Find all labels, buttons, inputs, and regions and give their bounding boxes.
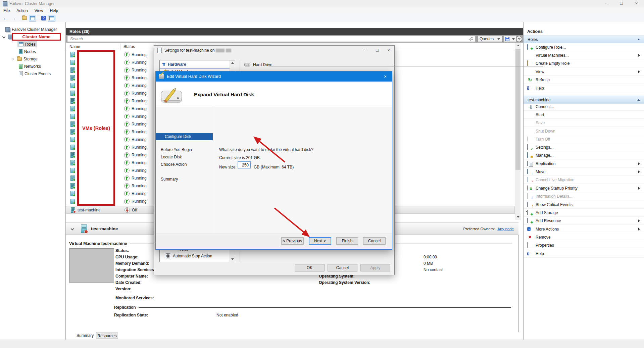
action-information-details[interactable]: # Information Details... — [524, 192, 644, 200]
action-properties[interactable]: Properties — [524, 241, 644, 249]
scrollbar-thumb[interactable] — [515, 49, 521, 170]
action-more-actions[interactable]: → More Actions — [524, 225, 644, 233]
action-turn-off[interactable]: Turn Off — [524, 135, 644, 143]
sidebar-item-roles[interactable]: Roles — [17, 41, 37, 47]
scroll-down-button[interactable] — [515, 214, 521, 220]
collapse-section-icon[interactable] — [637, 39, 640, 40]
collapse-header-button[interactable] — [516, 36, 522, 42]
step-before-you-begin[interactable]: Before You Begin — [161, 147, 192, 152]
step-configure-disk[interactable]: Configure Disk — [156, 133, 213, 140]
scroll-down-button[interactable] — [230, 257, 235, 262]
save-query-dropdown[interactable] — [511, 36, 516, 42]
action-add-resource[interactable]: ✚ Add Resource — [524, 217, 644, 225]
section-header-roles[interactable]: Roles — [524, 35, 644, 43]
tab-resources[interactable]: Resources — [96, 333, 118, 339]
action-cancel-live-migration[interactable]: × Cancel Live Migration — [524, 176, 644, 184]
sidebar-item-networks[interactable]: Networks — [19, 63, 41, 69]
search-input[interactable] — [67, 36, 475, 42]
menu-action[interactable]: Action — [13, 7, 31, 14]
forward-icon: → — [11, 15, 16, 20]
minimize-button[interactable]: − — [599, 0, 614, 7]
new-size-input[interactable] — [238, 161, 251, 168]
column-header-status[interactable]: Status — [123, 43, 135, 51]
vm-icon — [70, 121, 75, 127]
sidebar-item-cluster-events[interactable]: Cluster Events — [19, 70, 51, 77]
step-locate-disk[interactable]: Locate Disk — [161, 155, 182, 159]
tab-summary[interactable]: Summary — [77, 333, 94, 338]
action-settings[interactable]: ✓ Settings... — [524, 143, 644, 151]
close-button[interactable]: × — [383, 46, 394, 55]
tree-root-failover-cluster-manager[interactable]: Failover Cluster Manager — [5, 26, 57, 33]
action-refresh[interactable]: ↻ Refresh — [524, 76, 644, 84]
help-toolbar-button[interactable]: ? — [40, 15, 47, 21]
preferred-owners-link[interactable]: Any node — [497, 227, 514, 231]
action-shut-down[interactable]: Shut Down — [524, 127, 644, 135]
save-query-button[interactable] — [504, 36, 511, 42]
roles-icon — [19, 42, 23, 46]
hardware-section-header[interactable]: ⇈ Hardware — [160, 60, 230, 68]
action-configure-role[interactable]: ✚ Configure Role... — [524, 43, 644, 51]
action-virtual-machines[interactable]: Virtual Machines... — [524, 51, 644, 59]
automatic-stop-action-item[interactable]: Automatic Stop Action — [166, 253, 212, 258]
vm-icon-large — [81, 225, 87, 233]
vm-icon — [70, 152, 75, 158]
menu-file[interactable]: File — [0, 7, 13, 14]
status-running-icon — [124, 67, 130, 73]
menu-help[interactable]: Help — [47, 7, 62, 14]
next-button[interactable]: Next > — [309, 237, 331, 245]
table-scrollbar[interactable] — [515, 43, 521, 220]
show-critical-events-icon: ! — [527, 202, 533, 207]
export-button[interactable] — [21, 15, 28, 21]
cluster-events-icon — [19, 71, 23, 76]
ok-button[interactable]: OK — [295, 264, 325, 271]
action-move[interactable]: → Move — [524, 168, 644, 176]
action-change-startup-priority[interactable]: ⇅ Change Startup Priority — [524, 184, 644, 192]
status-running-icon — [124, 114, 130, 119]
action-connect[interactable]: → Connect... — [524, 103, 644, 111]
search-field[interactable] — [67, 36, 475, 42]
action-replication[interactable]: Replication — [524, 160, 644, 168]
collapse-section-icon[interactable] — [637, 99, 640, 101]
vm-icon — [70, 60, 75, 65]
show-action-pane-button[interactable] — [48, 15, 55, 21]
maximize-button[interactable]: □ — [614, 0, 629, 7]
status-running-icon — [124, 199, 130, 204]
menu-view[interactable]: View — [31, 7, 47, 14]
action-save[interactable]: Save — [524, 119, 644, 127]
tree-cluster-node[interactable] — [3, 34, 13, 40]
scroll-up-button[interactable] — [230, 60, 235, 65]
show-console-tree-button[interactable] — [29, 15, 36, 21]
sidebar-item-storage[interactable]: Storage — [11, 56, 38, 62]
action-manage[interactable]: ✱ Manage... — [524, 151, 644, 159]
action-add-storage[interactable]: ✚ Add Storage — [524, 209, 644, 217]
label-memory-demand: Memory Demand: — [115, 261, 149, 266]
action-remove[interactable]: × Remove — [524, 233, 644, 241]
queries-dropdown[interactable]: Queries — [477, 36, 502, 42]
collapse-details-icon[interactable] — [71, 227, 74, 231]
forward-button[interactable]: → — [10, 15, 17, 21]
action-help[interactable]: ? Help — [524, 250, 644, 258]
sidebar-item-nodes[interactable]: Nodes — [19, 48, 36, 55]
previous-button[interactable]: < Previous — [281, 237, 304, 245]
label-status: Status: — [115, 248, 129, 253]
action-view[interactable]: View — [524, 68, 644, 76]
action-help-roles[interactable]: ? Help — [524, 84, 644, 92]
close-button[interactable]: × — [379, 74, 392, 79]
cancel-button[interactable]: Cancel — [328, 264, 357, 271]
replication-heading: Replication — [114, 305, 136, 310]
action-start[interactable]: Start — [524, 111, 644, 119]
step-summary[interactable]: Summary — [161, 177, 178, 182]
value-heartbeat: No contact — [424, 267, 443, 272]
status-running-icon — [124, 83, 130, 88]
label-integration-services: Integration Services: — [115, 267, 155, 272]
action-show-critical-events[interactable]: ! Show Critical Events — [524, 201, 644, 209]
cancel-button[interactable]: Cancel — [363, 237, 386, 245]
close-button[interactable]: × — [629, 0, 644, 7]
back-button[interactable]: ← — [2, 15, 9, 21]
column-header-name[interactable]: Name — [69, 43, 80, 51]
scroll-up-button[interactable] — [515, 43, 521, 48]
finish-button[interactable]: Finish — [336, 237, 358, 245]
maximize-button[interactable]: □ — [371, 46, 383, 55]
step-choose-action[interactable]: Choose Action — [161, 162, 187, 167]
minimize-button[interactable]: − — [360, 46, 371, 55]
